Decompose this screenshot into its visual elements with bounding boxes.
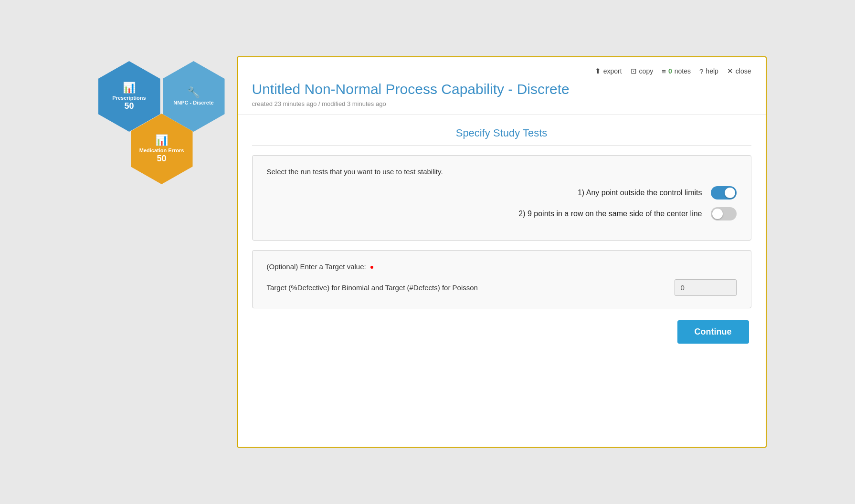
- panel-content: Specify Study Tests Select the run tests…: [238, 115, 766, 356]
- medication-label: Medication Errors: [139, 147, 184, 154]
- notes-count: 0: [668, 67, 672, 75]
- toolbar: ⬆ export ⊡ copy ≡ 0 notes ? help ✕: [252, 67, 751, 75]
- close-button[interactable]: ✕ close: [727, 67, 751, 75]
- tests-card: Select the run tests that you want to us…: [252, 155, 751, 241]
- test2-track: [711, 207, 737, 220]
- nnpc-label: NNPC - Discrete: [173, 100, 213, 106]
- optional-label: (Optional) Enter a Target value:: [267, 262, 737, 271]
- tests-description: Select the run tests that you want to us…: [267, 168, 737, 176]
- panel-header: ⬆ export ⊡ copy ≡ 0 notes ? help ✕: [238, 57, 766, 115]
- help-label: help: [706, 67, 718, 75]
- help-icon: ?: [699, 67, 703, 75]
- test1-row: 1) Any point outside the control limits: [267, 186, 737, 200]
- target-card: (Optional) Enter a Target value: Target …: [252, 250, 751, 308]
- page-title: Untitled Non-Normal Process Capability -…: [252, 81, 751, 97]
- close-label: close: [736, 67, 751, 75]
- export-icon: ⬆: [595, 67, 601, 75]
- medication-count: 50: [157, 154, 166, 164]
- section-heading: Specify Study Tests: [252, 127, 751, 146]
- target-input[interactable]: [675, 279, 737, 296]
- test1-label: 1) Any point outside the control limits: [578, 189, 702, 197]
- panel-meta: created 23 minutes ago / modified 3 minu…: [252, 100, 751, 107]
- nnpc-icon: 🔧: [187, 86, 200, 99]
- continue-row: Continue: [252, 320, 751, 344]
- help-button[interactable]: ? help: [699, 67, 718, 75]
- test2-row: 2) 9 points in a row on the same side of…: [267, 207, 737, 220]
- medication-icon: 📊: [155, 134, 168, 147]
- notes-icon: ≡: [662, 67, 666, 75]
- hex-cluster: 📊 Prescriptions 50 🔧 NNPC - Discrete 📊 M…: [89, 61, 237, 252]
- test1-toggle[interactable]: [711, 186, 737, 200]
- test1-thumb: [725, 188, 735, 198]
- test2-toggle[interactable]: [711, 207, 737, 220]
- target-row: Target (%Defective) for Binomial and Tar…: [267, 279, 737, 296]
- prescriptions-count: 50: [124, 101, 134, 111]
- target-field-label: Target (%Defective) for Binomial and Tar…: [267, 284, 478, 292]
- test1-track: [711, 186, 737, 200]
- prescriptions-label: Prescriptions: [112, 95, 146, 101]
- main-panel: ⬆ export ⊡ copy ≡ 0 notes ? help ✕: [237, 56, 767, 448]
- export-label: export: [603, 67, 622, 75]
- red-dot: [370, 266, 373, 269]
- notes-label: notes: [675, 67, 691, 75]
- export-button[interactable]: ⬆ export: [595, 67, 622, 75]
- copy-icon: ⊡: [631, 67, 637, 75]
- notes-button[interactable]: ≡ 0 notes: [662, 67, 691, 75]
- test2-label: 2) 9 points in a row on the same side of…: [518, 210, 702, 218]
- close-icon: ✕: [727, 67, 733, 75]
- copy-button[interactable]: ⊡ copy: [631, 67, 654, 75]
- copy-label: copy: [639, 67, 654, 75]
- test2-thumb: [712, 209, 723, 219]
- continue-button[interactable]: Continue: [677, 320, 749, 344]
- prescriptions-icon: 📊: [123, 82, 136, 94]
- optional-text: (Optional) Enter a Target value:: [267, 262, 366, 271]
